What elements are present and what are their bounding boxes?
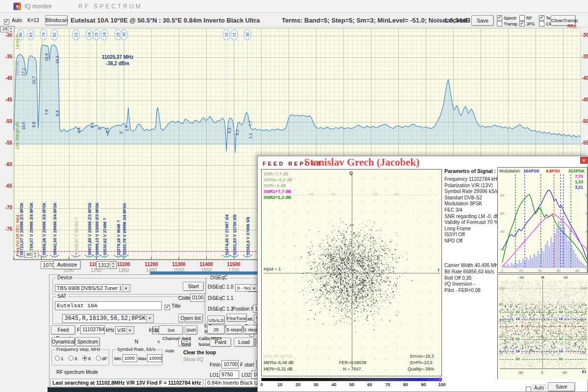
gain-stepper[interactable]: 28	[0, 26, 15, 32]
db-axis-label: -35	[0, 54, 12, 59]
x-axis-freq-label: 11300	[172, 262, 185, 267]
marker-snr-label: 2,7	[124, 125, 129, 131]
status-antenna: 0.84m Inverto Black Ultra	[205, 379, 258, 387]
code-field[interactable]: 0100	[190, 294, 205, 302]
svg-text:0: 0	[501, 269, 503, 273]
x-axis-freq-label: 11400	[199, 262, 213, 267]
floor-stepper[interactable]: 80	[24, 251, 39, 258]
satellite-name-field[interactable]: Eutelsat 10A	[55, 301, 162, 310]
signal-param-row: ISSYI Off	[444, 232, 496, 238]
finetune-button[interactable]: FineTune	[226, 314, 247, 322]
quality-scale-tick: 10	[278, 382, 283, 387]
step-button-2[interactable]: 5 steps	[226, 325, 243, 334]
phase-threshold-label: 16	[558, 349, 564, 353]
svg-text:83: 83	[28, 32, 33, 37]
close-icon[interactable]: ✕	[580, 157, 588, 164]
svg-text:79: 79	[41, 32, 46, 37]
fstart-label: F start	[240, 362, 254, 368]
phase-threshold-label: 32	[514, 337, 521, 341]
fstep-radio-6[interactable]	[82, 356, 87, 361]
phase-side-tick: 80	[499, 302, 503, 307]
step-button-1[interactable]: 25 steps	[207, 325, 225, 334]
phase-bottom-label: 0	[541, 370, 543, 375]
svg-text:24: 24	[87, 32, 92, 37]
svg-text:80: 80	[586, 193, 588, 197]
open-list-button[interactable]: Open list	[178, 314, 203, 322]
phase-bottom-label: -90	[517, 370, 523, 375]
signal-param-row: Long Frame	[444, 226, 496, 232]
transponder-label: 10972,89 V 29996 2/3 8PSK	[87, 202, 92, 255]
polarization-dropdown[interactable]: V/R	[115, 326, 134, 334]
signal-param-row: Carrier Width 40,495 MHz	[444, 263, 496, 269]
phase-auto-checkbox[interactable]	[526, 387, 531, 392]
autosize-button[interactable]: Autosize	[53, 260, 81, 270]
step-button-3[interactable]: 1 step	[244, 325, 257, 334]
fmin-field[interactable]: 10700	[221, 360, 239, 368]
frequency-field[interactable]: 11102784	[80, 325, 105, 334]
fstep-radio-dF[interactable]	[96, 356, 101, 361]
min-field[interactable]: 1000	[122, 354, 137, 362]
signal-param-row: NPD Off	[444, 238, 496, 245]
signal-param-row	[444, 257, 496, 263]
title-checkbox[interactable]	[165, 305, 170, 310]
signal-param-row: Bit Rate 66856,63 kb/s	[444, 269, 496, 275]
quality-scale-tick: 20	[295, 382, 300, 387]
marker-annotation: 11025,37 MHz-38,2 dBm	[98, 54, 137, 67]
tuner-dropdown[interactable]: TBS 6908 DVBS/S2 Tuner 1	[55, 284, 130, 292]
svg-text:20: 20	[500, 247, 504, 252]
phase-side-tick: 40	[499, 335, 503, 339]
signal-param-row: Validity of Forecast 70 %	[444, 220, 496, 226]
span-stepper[interactable]: 1312	[96, 261, 117, 269]
load-button[interactable]: Load	[234, 338, 254, 347]
phase-threshold-line	[500, 319, 586, 319]
feed-author: Stanislav Grech (Jacobek)	[304, 156, 419, 169]
lo1-field[interactable]: 9750	[220, 370, 239, 379]
quality-scale-tick: 60	[368, 382, 372, 387]
phase-threshold-label: 32	[558, 310, 564, 314]
f-label: F	[77, 327, 80, 333]
svg-text:25: 25	[116, 32, 121, 37]
signal-param-row	[444, 245, 496, 251]
phase-threshold-label: 32	[558, 337, 564, 341]
iq-constellation-panel: Q I Input = 1 SNR=7,7 dBSNRa=-6,2 dBSNRr…	[261, 169, 442, 376]
transponder-dropdown[interactable]: 3645,R,16130,56,S2;8PSK	[62, 314, 154, 323]
phase-side-tick: 40	[581, 335, 585, 339]
db-axis-label: -65	[0, 183, 12, 189]
svg-text:60: 60	[557, 269, 561, 273]
svg-text:40: 40	[538, 269, 542, 273]
quality-scale-tick: 80	[403, 382, 408, 387]
db-axis-label-right: -40	[582, 75, 588, 81]
phase-threshold-label: 4 - 8	[514, 324, 524, 328]
phase-gridline	[500, 337, 586, 337]
marker-snr-label: 15,8	[44, 53, 49, 61]
dynamical-button[interactable]: Dynamical	[51, 337, 75, 346]
transponder-label: 11501,63 V 13750 5/6	[232, 215, 237, 255]
marker-lm-label: 10,5	[21, 122, 26, 130]
fstep-radio-1[interactable]	[55, 356, 60, 361]
svg-text:25: 25	[94, 32, 99, 37]
signal-param-row: Pilot - FER=0,08	[444, 288, 496, 294]
transponder-label: 11102,78 V 29996 3/4 8PSK	[122, 203, 127, 255]
fstep-radio-3[interactable]	[69, 356, 74, 361]
phase-gridline	[500, 320, 586, 321]
phase-threshold-line	[500, 359, 586, 360]
quality-scale-tick: 70	[385, 382, 390, 387]
set-channel-button[interactable]: Set Channel	[159, 325, 183, 335]
quality-gradient-bar	[261, 378, 442, 381]
start-button[interactable]: Start	[183, 282, 204, 291]
marker-snr-label: 17,1	[21, 68, 26, 76]
x-axis-freq-label: 11200	[145, 262, 158, 267]
code-label: Code	[178, 295, 190, 301]
svg-text:31: 31	[232, 32, 237, 37]
transponder-label: 10936,97 V 56780 ?	[74, 218, 79, 255]
svg-text:30: 30	[122, 32, 126, 37]
diseqc10-dropdown[interactable]: 0 - No	[235, 284, 258, 292]
marker-snr-label: 6,2	[235, 129, 240, 135]
max-field[interactable]: 10000	[147, 354, 162, 362]
feed-report-button[interactable]: Feed Report	[51, 325, 75, 335]
snr-button[interactable]: SNR	[185, 325, 197, 335]
phase-save-button[interactable]: Save	[548, 382, 575, 392]
phase-threshold-label: 32	[514, 357, 521, 361]
db-axis-label: -55	[0, 140, 12, 146]
spectrum-button[interactable]: Spectrum	[75, 337, 100, 346]
